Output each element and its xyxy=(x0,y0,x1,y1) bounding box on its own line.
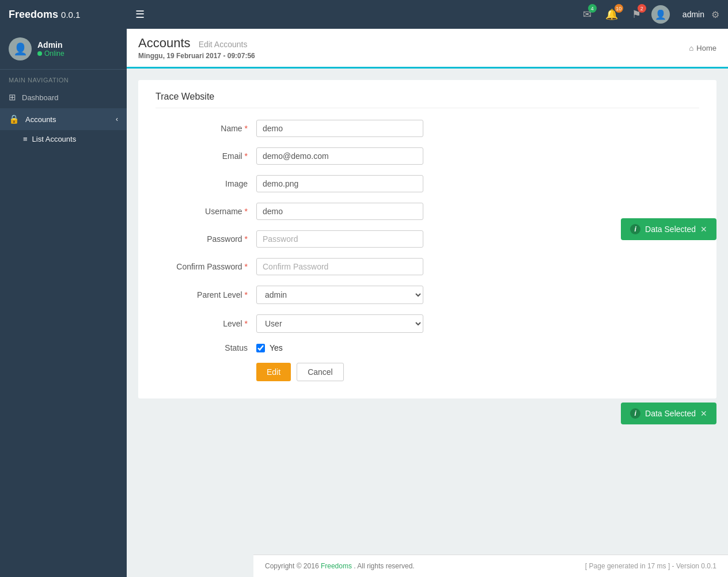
name-input[interactable] xyxy=(256,120,423,137)
page-datetime: Minggu, 19 Februari 2017 - 09:07:56 xyxy=(138,52,255,60)
lock-icon: 🔒 xyxy=(9,114,20,124)
admin-avatar: 👤 xyxy=(651,5,670,24)
image-field-group: Image xyxy=(156,175,699,192)
confirm-password-input[interactable] xyxy=(256,258,423,275)
app-brand: Freedoms 0.0.1 xyxy=(9,9,135,21)
list-icon: ≡ xyxy=(23,135,28,143)
footer: Copyright © 2016 Freedoms . All rights r… xyxy=(253,555,728,577)
user-name: Admin xyxy=(37,40,65,50)
data-selected-top-label: Data Selected xyxy=(645,225,696,234)
status-dot xyxy=(37,51,42,56)
edit-accounts-label: Edit Accounts xyxy=(199,40,248,49)
status-row: Yes xyxy=(256,343,283,352)
user-status: Online xyxy=(37,50,65,58)
sidebar-item-accounts[interactable]: 🔒 Accounts ‹ xyxy=(0,108,127,130)
data-selected-bottom-button[interactable]: i Data Selected ✕ xyxy=(621,403,716,424)
mail-badge: 4 xyxy=(588,4,597,13)
username-label: Username * xyxy=(156,207,248,216)
name-required: * xyxy=(245,124,248,133)
flag-badge: 2 xyxy=(638,4,646,13)
password-input[interactable] xyxy=(256,230,423,248)
footer-brand-link[interactable]: Freedoms xyxy=(321,562,352,570)
confirm-password-required: * xyxy=(245,262,248,271)
password-field-group: Password * xyxy=(156,230,699,248)
status-yes-label: Yes xyxy=(270,343,283,352)
bell-button[interactable]: 🔔 10 xyxy=(602,6,621,23)
parent-level-label: Parent Level * xyxy=(156,290,248,299)
flag-button[interactable]: ⚑ 2 xyxy=(628,6,644,23)
data-selected-bottom-label: Data Selected xyxy=(645,409,696,418)
username-input[interactable] xyxy=(256,203,423,220)
image-label: Image xyxy=(156,179,248,188)
username-required: * xyxy=(245,207,248,216)
footer-perf: [ Page generated in 17 ms ] - Version 0.… xyxy=(585,562,716,570)
menu-toggle-icon[interactable]: ☰ xyxy=(135,8,145,21)
status-checkbox[interactable] xyxy=(256,344,265,352)
close-icon-bottom: ✕ xyxy=(700,409,707,418)
chevron-icon: ‹ xyxy=(116,115,118,123)
password-label: Password * xyxy=(156,234,248,244)
footer-left: Copyright © 2016 Freedoms . All rights r… xyxy=(265,562,415,570)
password-required: * xyxy=(245,234,248,244)
username-field-group: Username * xyxy=(156,203,699,220)
sidebar: 👤 Admin Online MAIN NAVIGATION ⊞ Dashboa… xyxy=(0,29,127,577)
info-icon-bottom: i xyxy=(630,408,640,419)
sidebar-item-list-accounts[interactable]: ≡ List Accounts xyxy=(0,130,127,148)
content-body: Trace Website Name * Email * xyxy=(127,69,728,555)
form-actions: Edit Cancel xyxy=(256,363,699,381)
confirm-password-field-group: Confirm Password * xyxy=(156,258,699,275)
list-accounts-label: List Accounts xyxy=(32,135,77,143)
name-field-group: Name * xyxy=(156,120,699,137)
main-content: Accounts Edit Accounts Minggu, 19 Februa… xyxy=(127,29,728,577)
email-field-group: Email * xyxy=(156,147,699,165)
mail-button[interactable]: ✉ 4 xyxy=(579,6,595,23)
level-field-group: Level * User Admin Superadmin xyxy=(156,314,699,333)
breadcrumb-row: Accounts Edit Accounts Minggu, 19 Februa… xyxy=(138,36,716,60)
top-nav-right: ✉ 4 🔔 10 ⚑ 2 👤 admin ⚙ xyxy=(579,5,719,24)
parent-level-select[interactable]: admin superadmin user xyxy=(256,286,423,304)
close-icon-top: ✕ xyxy=(700,225,707,234)
dashboard-icon: ⊞ xyxy=(9,92,16,103)
parent-level-required: * xyxy=(245,290,248,299)
level-select[interactable]: User Admin Superadmin xyxy=(256,314,423,333)
level-required: * xyxy=(245,319,248,328)
avatar: 👤 xyxy=(9,37,32,60)
sidebar-item-accounts-label: Accounts xyxy=(25,115,56,124)
email-input[interactable] xyxy=(256,147,423,165)
bell-badge: 10 xyxy=(615,4,623,13)
settings-gear-icon[interactable]: ⚙ xyxy=(711,9,719,20)
name-label: Name * xyxy=(156,124,248,133)
home-link[interactable]: ⌂ Home xyxy=(689,44,716,52)
status-field-group: Status Yes xyxy=(156,343,699,352)
sidebar-item-dashboard[interactable]: ⊞ Dashboard xyxy=(0,86,127,108)
home-icon: ⌂ xyxy=(689,44,693,52)
page-title: Accounts Edit Accounts xyxy=(138,36,247,50)
confirm-password-label: Confirm Password * xyxy=(156,262,248,271)
image-input[interactable] xyxy=(256,175,423,192)
admin-label[interactable]: admin xyxy=(682,10,704,19)
sidebar-user: 👤 Admin Online xyxy=(0,29,127,70)
info-icon-top: i xyxy=(630,224,640,234)
home-label: Home xyxy=(696,44,716,52)
parent-level-field-group: Parent Level * admin superadmin user xyxy=(156,286,699,304)
breadcrumb: Accounts Edit Accounts Minggu, 19 Februa… xyxy=(138,36,255,60)
email-required: * xyxy=(245,151,248,161)
cancel-button[interactable]: Cancel xyxy=(297,363,344,381)
data-selected-top-button[interactable]: i Data Selected ✕ xyxy=(621,218,716,240)
card-title: Trace Website xyxy=(156,92,699,108)
content-header: Accounts Edit Accounts Minggu, 19 Februa… xyxy=(127,29,728,69)
nav-section-label: MAIN NAVIGATION xyxy=(0,70,127,86)
user-info: Admin Online xyxy=(37,40,65,58)
edit-button[interactable]: Edit xyxy=(256,363,291,381)
status-label: Status xyxy=(156,343,248,352)
email-label: Email * xyxy=(156,151,248,161)
level-label: Level * xyxy=(156,319,248,328)
accounts-subnav: ≡ List Accounts xyxy=(0,130,127,148)
sidebar-item-dashboard-label: Dashboard xyxy=(22,93,59,102)
